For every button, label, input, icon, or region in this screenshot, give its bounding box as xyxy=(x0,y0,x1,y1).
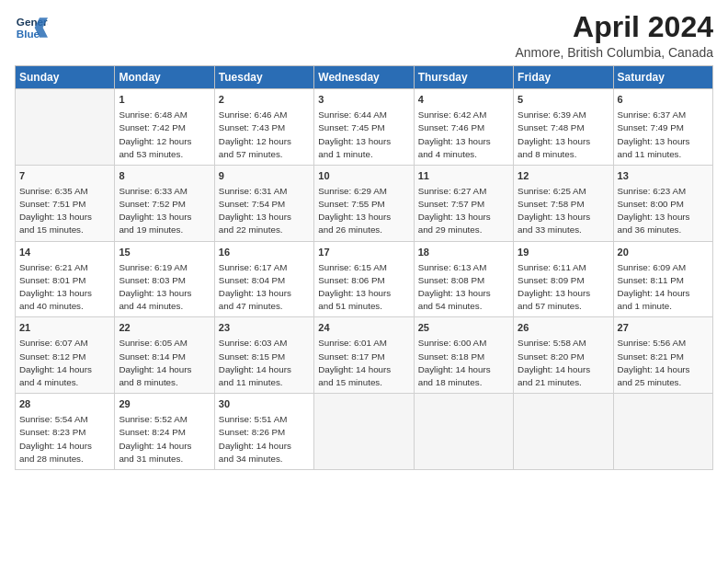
day-info: Sunrise: 6:27 AMSunset: 7:57 PMDaylight:… xyxy=(418,185,509,237)
day-cell: 6Sunrise: 6:37 AMSunset: 7:49 PMDaylight… xyxy=(613,89,712,166)
day-cell: 10Sunrise: 6:29 AMSunset: 7:55 PMDayligh… xyxy=(314,165,414,241)
page-container: General Blue April 2024 Anmore, British … xyxy=(0,0,728,477)
day-info: Sunrise: 6:48 AMSunset: 7:42 PMDaylight:… xyxy=(119,109,210,161)
day-number: 30 xyxy=(219,397,310,412)
calendar-table: SundayMondayTuesdayWednesdayThursdayFrid… xyxy=(15,65,713,470)
day-info: Sunrise: 6:31 AMSunset: 7:54 PMDaylight:… xyxy=(219,185,310,237)
column-header-saturday: Saturday xyxy=(613,66,712,89)
day-number: 5 xyxy=(518,93,609,108)
day-number: 25 xyxy=(418,321,509,336)
day-cell: 24Sunrise: 6:01 AMSunset: 8:17 PMDayligh… xyxy=(314,317,414,394)
main-title: April 2024 xyxy=(515,11,713,43)
day-cell: 14Sunrise: 6:21 AMSunset: 8:01 PMDayligh… xyxy=(16,241,115,317)
day-cell: 26Sunrise: 5:58 AMSunset: 8:20 PMDayligh… xyxy=(514,317,613,394)
calendar-body: 1Sunrise: 6:48 AMSunset: 7:42 PMDaylight… xyxy=(16,89,713,470)
header: General Blue April 2024 Anmore, British … xyxy=(15,11,713,60)
day-info: Sunrise: 6:03 AMSunset: 8:15 PMDaylight:… xyxy=(219,337,310,389)
week-row-5: 28Sunrise: 5:54 AMSunset: 8:23 PMDayligh… xyxy=(16,394,713,470)
day-info: Sunrise: 5:52 AMSunset: 8:24 PMDaylight:… xyxy=(119,413,210,465)
day-info: Sunrise: 6:46 AMSunset: 7:43 PMDaylight:… xyxy=(219,109,310,161)
day-cell: 20Sunrise: 6:09 AMSunset: 8:11 PMDayligh… xyxy=(613,241,712,317)
day-info: Sunrise: 6:37 AMSunset: 7:49 PMDaylight:… xyxy=(618,109,709,161)
day-cell: 1Sunrise: 6:48 AMSunset: 7:42 PMDaylight… xyxy=(115,89,214,166)
day-info: Sunrise: 5:56 AMSunset: 8:21 PMDaylight:… xyxy=(618,337,709,389)
day-info: Sunrise: 6:25 AMSunset: 7:58 PMDaylight:… xyxy=(518,185,609,237)
day-cell xyxy=(314,394,414,470)
day-info: Sunrise: 6:29 AMSunset: 7:55 PMDaylight:… xyxy=(318,185,409,237)
day-number: 1 xyxy=(119,93,210,108)
day-cell: 23Sunrise: 6:03 AMSunset: 8:15 PMDayligh… xyxy=(214,317,313,394)
day-info: Sunrise: 6:11 AMSunset: 8:09 PMDaylight:… xyxy=(518,261,609,314)
day-cell: 15Sunrise: 6:19 AMSunset: 8:03 PMDayligh… xyxy=(115,241,214,317)
day-number: 2 xyxy=(219,93,310,108)
day-number: 21 xyxy=(19,321,110,336)
column-header-sunday: Sunday xyxy=(16,66,115,89)
day-cell: 22Sunrise: 6:05 AMSunset: 8:14 PMDayligh… xyxy=(115,317,214,394)
column-header-thursday: Thursday xyxy=(414,66,513,89)
day-number: 7 xyxy=(19,169,110,184)
day-cell: 7Sunrise: 6:35 AMSunset: 7:51 PMDaylight… xyxy=(16,165,115,241)
day-info: Sunrise: 6:21 AMSunset: 8:01 PMDaylight:… xyxy=(19,261,110,314)
day-cell: 3Sunrise: 6:44 AMSunset: 7:45 PMDaylight… xyxy=(314,89,414,166)
day-info: Sunrise: 6:15 AMSunset: 8:06 PMDaylight:… xyxy=(318,261,409,314)
day-info: Sunrise: 6:35 AMSunset: 7:51 PMDaylight:… xyxy=(19,185,110,237)
day-info: Sunrise: 5:54 AMSunset: 8:23 PMDaylight:… xyxy=(19,413,110,465)
day-number: 29 xyxy=(119,397,210,412)
day-cell: 4Sunrise: 6:42 AMSunset: 7:46 PMDaylight… xyxy=(414,89,513,166)
day-number: 20 xyxy=(618,246,709,260)
day-number: 6 xyxy=(618,93,709,108)
day-cell: 25Sunrise: 6:00 AMSunset: 8:18 PMDayligh… xyxy=(414,317,513,394)
day-info: Sunrise: 6:33 AMSunset: 7:52 PMDaylight:… xyxy=(119,185,210,237)
day-number: 4 xyxy=(418,93,509,108)
day-cell: 28Sunrise: 5:54 AMSunset: 8:23 PMDayligh… xyxy=(16,394,115,470)
day-number: 10 xyxy=(318,169,409,184)
day-cell: 21Sunrise: 6:07 AMSunset: 8:12 PMDayligh… xyxy=(16,317,115,394)
day-cell: 16Sunrise: 6:17 AMSunset: 8:04 PMDayligh… xyxy=(214,241,313,317)
day-number: 3 xyxy=(318,93,409,108)
day-number: 18 xyxy=(418,246,509,260)
day-info: Sunrise: 6:07 AMSunset: 8:12 PMDaylight:… xyxy=(19,337,110,389)
column-header-monday: Monday xyxy=(115,66,214,89)
day-info: Sunrise: 6:01 AMSunset: 8:17 PMDaylight:… xyxy=(318,337,409,389)
logo-icon: General Blue xyxy=(15,11,48,44)
week-row-1: 1Sunrise: 6:48 AMSunset: 7:42 PMDaylight… xyxy=(16,89,713,166)
day-cell: 12Sunrise: 6:25 AMSunset: 7:58 PMDayligh… xyxy=(514,165,613,241)
day-cell: 18Sunrise: 6:13 AMSunset: 8:08 PMDayligh… xyxy=(414,241,513,317)
day-cell xyxy=(514,394,613,470)
day-number: 16 xyxy=(219,246,310,260)
day-number: 22 xyxy=(119,321,210,336)
day-info: Sunrise: 6:09 AMSunset: 8:11 PMDaylight:… xyxy=(618,261,709,314)
day-cell: 2Sunrise: 6:46 AMSunset: 7:43 PMDaylight… xyxy=(214,89,313,166)
title-block: April 2024 Anmore, British Columbia, Can… xyxy=(515,11,713,60)
week-row-2: 7Sunrise: 6:35 AMSunset: 7:51 PMDaylight… xyxy=(16,165,713,241)
day-number: 27 xyxy=(618,321,709,336)
day-info: Sunrise: 6:39 AMSunset: 7:48 PMDaylight:… xyxy=(518,109,609,161)
day-number: 12 xyxy=(518,169,609,184)
day-info: Sunrise: 6:44 AMSunset: 7:45 PMDaylight:… xyxy=(318,109,409,161)
day-cell: 13Sunrise: 6:23 AMSunset: 8:00 PMDayligh… xyxy=(613,165,712,241)
day-number: 8 xyxy=(119,169,210,184)
day-info: Sunrise: 6:17 AMSunset: 8:04 PMDaylight:… xyxy=(219,261,310,314)
day-cell xyxy=(414,394,513,470)
column-header-friday: Friday xyxy=(514,66,613,89)
day-number: 23 xyxy=(219,321,310,336)
day-info: Sunrise: 6:23 AMSunset: 8:00 PMDaylight:… xyxy=(618,185,709,237)
day-cell: 29Sunrise: 5:52 AMSunset: 8:24 PMDayligh… xyxy=(115,394,214,470)
day-info: Sunrise: 6:00 AMSunset: 8:18 PMDaylight:… xyxy=(418,337,509,389)
day-cell: 9Sunrise: 6:31 AMSunset: 7:54 PMDaylight… xyxy=(214,165,313,241)
day-number: 28 xyxy=(19,397,110,412)
week-row-3: 14Sunrise: 6:21 AMSunset: 8:01 PMDayligh… xyxy=(16,241,713,317)
day-info: Sunrise: 5:51 AMSunset: 8:26 PMDaylight:… xyxy=(219,413,310,465)
day-cell: 5Sunrise: 6:39 AMSunset: 7:48 PMDaylight… xyxy=(514,89,613,166)
day-info: Sunrise: 6:42 AMSunset: 7:46 PMDaylight:… xyxy=(418,109,509,161)
day-cell: 11Sunrise: 6:27 AMSunset: 7:57 PMDayligh… xyxy=(414,165,513,241)
day-cell: 17Sunrise: 6:15 AMSunset: 8:06 PMDayligh… xyxy=(314,241,414,317)
day-number: 24 xyxy=(318,321,409,336)
day-number: 15 xyxy=(119,246,210,260)
day-cell: 27Sunrise: 5:56 AMSunset: 8:21 PMDayligh… xyxy=(613,317,712,394)
day-number: 11 xyxy=(418,169,509,184)
day-number: 19 xyxy=(518,246,609,260)
day-number: 13 xyxy=(618,169,709,184)
column-header-tuesday: Tuesday xyxy=(214,66,313,89)
day-cell: 19Sunrise: 6:11 AMSunset: 8:09 PMDayligh… xyxy=(514,241,613,317)
